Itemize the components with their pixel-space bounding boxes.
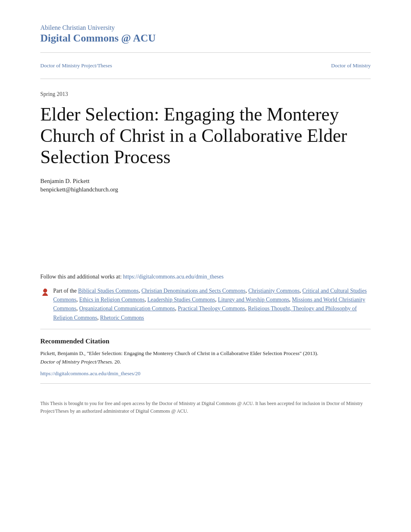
part-of-link[interactable]: Organizational Communication Commons	[79, 305, 175, 312]
follow-text: Follow this and additional works at: htt…	[40, 274, 371, 280]
part-of-link[interactable]: Rhetoric Commons	[100, 315, 144, 321]
digital-commons-title: Digital Commons @ ACU	[40, 32, 371, 44]
content-area: Spring 2013 Elder Selection: Engaging th…	[40, 91, 371, 193]
breadcrumb-right-link[interactable]: Doctor of Ministry	[331, 62, 371, 69]
author-email: benpickett@highlandchurch.org	[40, 186, 371, 193]
follow-label: Follow this and additional works at:	[40, 274, 123, 280]
commons-icon	[40, 287, 50, 297]
follow-link[interactable]: https://digitalcommons.acu.edu/dmin_thes…	[123, 274, 224, 280]
part-of-link[interactable]: Biblical Studies Commons	[78, 288, 139, 294]
header: Abilene Christian University Digital Com…	[40, 24, 371, 44]
citation-divider	[40, 329, 371, 329]
part-of-link[interactable]: Christianity Commons	[248, 288, 299, 294]
part-of-link[interactable]: Christian Denominations and Sects Common…	[141, 288, 245, 294]
university-name: Abilene Christian University	[40, 24, 371, 31]
recommended-section: Recommended Citation Pickett, Benjamin D…	[40, 337, 371, 377]
citation-body: Pickett, Benjamin D., "Elder Selection: …	[40, 349, 371, 366]
part-of-link[interactable]: Leadership Studies Commons	[147, 297, 215, 303]
article-title: Elder Selection: Engaging the Monterey C…	[40, 104, 371, 168]
citation-issue: 20.	[114, 359, 121, 365]
header-divider	[40, 52, 371, 53]
footer-divider	[40, 383, 371, 384]
citation-text-before: Pickett, Benjamin D., "Elder Selection: …	[40, 350, 318, 356]
follow-section: Follow this and additional works at: htt…	[40, 274, 371, 280]
citation-journal: Doctor of Ministry Project/Theses.	[40, 359, 113, 365]
recommended-title: Recommended Citation	[40, 337, 371, 345]
part-of-link[interactable]: Practical Theology Commons	[178, 305, 245, 312]
part-of-link[interactable]: Ethics in Religion Commons	[79, 297, 145, 303]
part-of-text: Part of the Biblical Studies Commons, Ch…	[53, 287, 371, 323]
part-of-links: Biblical Studies Commons, Christian Deno…	[53, 288, 367, 321]
footer-note: This Thesis is brought to you for free a…	[40, 400, 371, 415]
citation-url[interactable]: https://digitalcommons.acu.edu/dmin_thes…	[40, 370, 140, 376]
breadcrumb-row: Doctor of Ministry Project/Theses Doctor…	[40, 59, 371, 72]
part-of-row: Part of the Biblical Studies Commons, Ch…	[40, 287, 371, 323]
part-of-prefix: Part of the	[53, 288, 78, 294]
breadcrumb-left-link[interactable]: Doctor of Ministry Project/Theses	[40, 62, 112, 69]
author-name: Benjamin D. Pickett	[40, 178, 371, 185]
content-divider	[40, 79, 371, 79]
page: Abilene Christian University Digital Com…	[0, 0, 411, 532]
part-of-link[interactable]: Liturgy and Worship Commons	[218, 297, 289, 303]
date-label: Spring 2013	[40, 91, 371, 98]
